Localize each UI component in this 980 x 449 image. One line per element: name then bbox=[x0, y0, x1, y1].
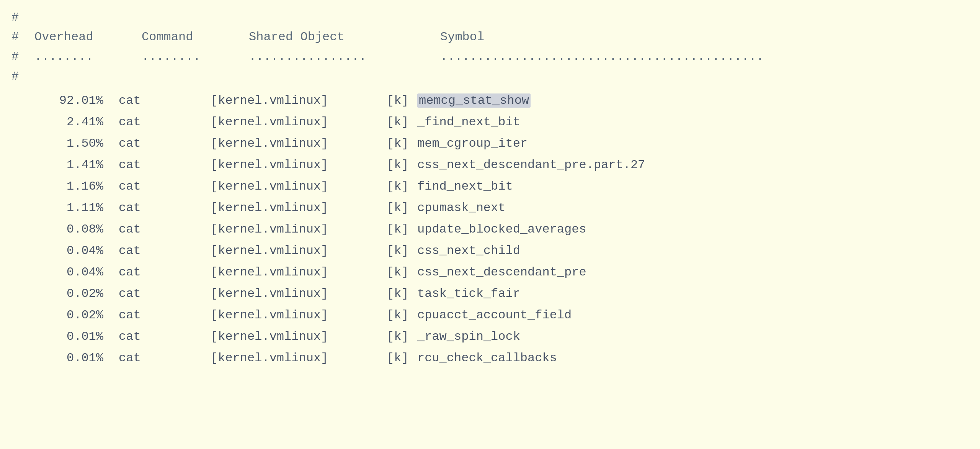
perf-output: # # Overhead Command Shared Object Symbo… bbox=[11, 8, 969, 369]
type-value: [k] bbox=[387, 197, 417, 219]
dots-command: ........ bbox=[142, 47, 249, 66]
dots-symbol: ........................................… bbox=[440, 47, 969, 66]
symbol-value: _find_next_bit bbox=[417, 111, 969, 133]
shared-object-value: [kernel.vmlinux] bbox=[211, 305, 387, 326]
table-row: 92.01% cat [kernel.vmlinux] [k] memcg_st… bbox=[11, 90, 969, 111]
symbol-text: find_next_bit bbox=[417, 179, 513, 193]
type-value: [k] bbox=[387, 305, 417, 326]
data-table: 92.01% cat [kernel.vmlinux] [k] memcg_st… bbox=[11, 90, 969, 369]
overhead-value: 0.01% bbox=[11, 347, 119, 369]
dots-separator: # ........ ........ ................ ...… bbox=[11, 47, 969, 66]
dots-shared: ................ bbox=[249, 47, 440, 66]
symbol-text: css_next_descendant_pre bbox=[417, 265, 586, 279]
highlighted-symbol: memcg_stat_show bbox=[417, 93, 531, 108]
symbol-value: _raw_spin_lock bbox=[417, 326, 969, 347]
table-row: 0.02% cat [kernel.vmlinux] [k] cpuacct_a… bbox=[11, 305, 969, 326]
command-value: cat bbox=[119, 90, 211, 111]
type-value: [k] bbox=[387, 176, 417, 197]
shared-object-value: [kernel.vmlinux] bbox=[211, 197, 387, 219]
column-headers: # Overhead Command Shared Object Symbol bbox=[11, 27, 969, 47]
symbol-text: _find_next_bit bbox=[417, 115, 520, 129]
symbol-text: cpuacct_account_field bbox=[417, 308, 572, 322]
overhead-header: Overhead bbox=[34, 27, 142, 47]
type-value: [k] bbox=[387, 326, 417, 347]
shared-object-value: [kernel.vmlinux] bbox=[211, 176, 387, 197]
overhead-value: 1.50% bbox=[11, 133, 119, 154]
table-row: 0.02% cat [kernel.vmlinux] [k] task_tick… bbox=[11, 283, 969, 305]
symbol-text: cpumask_next bbox=[417, 201, 505, 215]
shared-object-value: [kernel.vmlinux] bbox=[211, 262, 387, 283]
symbol-text: mem_cgroup_iter bbox=[417, 136, 528, 151]
symbol-text: css_next_child bbox=[417, 244, 520, 258]
symbol-value: css_next_descendant_pre bbox=[417, 262, 969, 283]
command-value: cat bbox=[119, 240, 211, 262]
table-row: 0.04% cat [kernel.vmlinux] [k] css_next_… bbox=[11, 240, 969, 262]
symbol-value: cpuacct_account_field bbox=[417, 305, 969, 326]
hash-prefix: # bbox=[11, 27, 34, 47]
table-row: 0.01% cat [kernel.vmlinux] [k] _raw_spin… bbox=[11, 326, 969, 347]
symbol-value: css_next_child bbox=[417, 240, 969, 262]
overhead-value: 92.01% bbox=[11, 90, 119, 111]
shared-object-value: [kernel.vmlinux] bbox=[211, 154, 387, 176]
table-row: 1.50% cat [kernel.vmlinux] [k] mem_cgrou… bbox=[11, 133, 969, 154]
overhead-value: 0.08% bbox=[11, 219, 119, 240]
type-value: [k] bbox=[387, 219, 417, 240]
symbol-value: mem_cgroup_iter bbox=[417, 133, 969, 154]
symbol-value: task_tick_fair bbox=[417, 283, 969, 305]
command-value: cat bbox=[119, 305, 211, 326]
command-value: cat bbox=[119, 111, 211, 133]
table-row: 1.16% cat [kernel.vmlinux] [k] find_next… bbox=[11, 176, 969, 197]
symbol-text: update_blocked_averages bbox=[417, 222, 586, 236]
symbol-value: css_next_descendant_pre.part.27 bbox=[417, 154, 969, 176]
overhead-value: 1.16% bbox=[11, 176, 119, 197]
symbol-header: Symbol bbox=[440, 27, 969, 47]
type-value: [k] bbox=[387, 111, 417, 133]
overhead-value: 0.01% bbox=[11, 326, 119, 347]
command-value: cat bbox=[119, 154, 211, 176]
symbol-value: find_next_bit bbox=[417, 176, 969, 197]
table-row: 2.41% cat [kernel.vmlinux] [k] _find_nex… bbox=[11, 111, 969, 133]
shared-object-value: [kernel.vmlinux] bbox=[211, 283, 387, 305]
symbol-text: _raw_spin_lock bbox=[417, 329, 520, 344]
command-header: Command bbox=[142, 27, 249, 47]
type-value: [k] bbox=[387, 154, 417, 176]
table-row: 1.11% cat [kernel.vmlinux] [k] cpumask_n… bbox=[11, 197, 969, 219]
comment-line-1: # bbox=[11, 8, 969, 27]
overhead-value: 1.41% bbox=[11, 154, 119, 176]
table-row: 0.08% cat [kernel.vmlinux] [k] update_bl… bbox=[11, 219, 969, 240]
command-value: cat bbox=[119, 347, 211, 369]
symbol-value: cpumask_next bbox=[417, 197, 969, 219]
overhead-value: 2.41% bbox=[11, 111, 119, 133]
type-value: [k] bbox=[387, 90, 417, 111]
shared-object-value: [kernel.vmlinux] bbox=[211, 219, 387, 240]
symbol-text: css_next_descendant_pre.part.27 bbox=[417, 158, 645, 172]
comment-line-4: # bbox=[11, 67, 969, 86]
shared-object-value: [kernel.vmlinux] bbox=[211, 347, 387, 369]
shared-object-value: [kernel.vmlinux] bbox=[211, 90, 387, 111]
table-row: 1.41% cat [kernel.vmlinux] [k] css_next_… bbox=[11, 154, 969, 176]
command-value: cat bbox=[119, 262, 211, 283]
type-value: [k] bbox=[387, 133, 417, 154]
symbol-value: update_blocked_averages bbox=[417, 219, 969, 240]
type-value: [k] bbox=[387, 347, 417, 369]
symbol-value: rcu_check_callbacks bbox=[417, 347, 969, 369]
command-value: cat bbox=[119, 326, 211, 347]
shared-object-value: [kernel.vmlinux] bbox=[211, 133, 387, 154]
shared-object-value: [kernel.vmlinux] bbox=[211, 326, 387, 347]
table-row: 0.04% cat [kernel.vmlinux] [k] css_next_… bbox=[11, 262, 969, 283]
type-value: [k] bbox=[387, 283, 417, 305]
table-row: 0.01% cat [kernel.vmlinux] [k] rcu_check… bbox=[11, 347, 969, 369]
hash-dots: # bbox=[11, 47, 34, 66]
symbol-text: rcu_check_callbacks bbox=[417, 351, 557, 365]
command-value: cat bbox=[119, 219, 211, 240]
command-value: cat bbox=[119, 133, 211, 154]
shared-object-value: [kernel.vmlinux] bbox=[211, 111, 387, 133]
overhead-value: 0.02% bbox=[11, 283, 119, 305]
overhead-value: 0.04% bbox=[11, 240, 119, 262]
command-value: cat bbox=[119, 197, 211, 219]
symbol-value: memcg_stat_show bbox=[417, 90, 969, 111]
dots-overhead: ........ bbox=[34, 47, 142, 66]
overhead-value: 0.02% bbox=[11, 305, 119, 326]
type-value: [k] bbox=[387, 262, 417, 283]
overhead-value: 0.04% bbox=[11, 262, 119, 283]
